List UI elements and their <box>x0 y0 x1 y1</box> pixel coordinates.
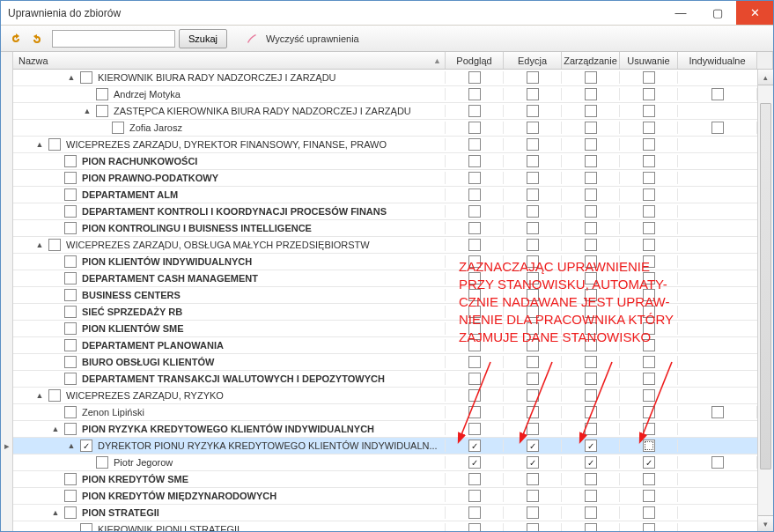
table-row[interactable]: PION KREDYTÓW SME <box>13 471 773 488</box>
collapse-icon[interactable]: ▲ <box>34 390 45 401</box>
table-row[interactable]: Piotr Jegorow <box>13 454 773 471</box>
manage-checkbox[interactable] <box>585 322 597 335</box>
delete-checkbox[interactable] <box>643 239 655 251</box>
row-checkbox[interactable] <box>48 239 61 251</box>
manage-checkbox[interactable] <box>585 172 597 184</box>
delete-checkbox[interactable] <box>643 456 655 469</box>
search-button[interactable]: Szukaj <box>179 29 227 48</box>
preview-checkbox[interactable] <box>468 456 481 469</box>
table-row[interactable]: PION KLIENTÓW SME <box>13 321 773 337</box>
edit-checkbox[interactable] <box>527 473 539 485</box>
manage-checkbox[interactable] <box>585 440 597 452</box>
row-checkbox[interactable] <box>64 339 77 351</box>
brush-icon[interactable] <box>243 29 262 48</box>
edit-checkbox[interactable] <box>527 289 539 301</box>
row-checkbox[interactable] <box>64 423 77 435</box>
edit-checkbox[interactable] <box>527 222 539 234</box>
row-checkbox[interactable] <box>96 105 108 117</box>
collapse-icon[interactable]: ▲ <box>50 424 61 434</box>
edit-checkbox[interactable] <box>527 406 539 418</box>
preview-checkbox[interactable] <box>468 188 481 201</box>
manage-checkbox[interactable] <box>585 523 597 531</box>
table-row[interactable]: KIEROWNIK PIONU STRATEGII <box>13 521 773 531</box>
manage-checkbox[interactable] <box>585 222 597 234</box>
table-row[interactable]: SIEĆ SPRZEDAŻY RB <box>13 304 773 321</box>
delete-checkbox[interactable] <box>643 339 655 351</box>
delete-checkbox[interactable] <box>643 71 655 84</box>
row-checkbox[interactable] <box>80 440 92 452</box>
scroll-up-button[interactable]: ▴ <box>758 70 773 85</box>
row-checkbox[interactable] <box>64 356 77 368</box>
row-checkbox[interactable] <box>64 255 77 268</box>
preview-checkbox[interactable] <box>468 322 481 335</box>
edit-checkbox[interactable] <box>527 490 539 502</box>
preview-checkbox[interactable] <box>468 205 481 218</box>
delete-checkbox[interactable] <box>643 406 655 418</box>
delete-checkbox[interactable] <box>643 222 655 234</box>
row-checkbox[interactable] <box>64 289 77 301</box>
individual-checkbox[interactable] <box>711 122 724 134</box>
vertical-scrollbar[interactable]: ▴ ▾ <box>757 70 773 531</box>
delete-checkbox[interactable] <box>643 172 655 184</box>
preview-checkbox[interactable] <box>468 172 481 184</box>
delete-checkbox[interactable] <box>643 155 655 167</box>
collapse-icon[interactable]: ▲ <box>34 240 45 250</box>
preview-checkbox[interactable] <box>468 239 481 251</box>
table-row[interactable]: ▲WICEPREZES ZARZĄDU, OBSŁUGA MAŁYCH PRZE… <box>13 237 773 254</box>
row-checkbox[interactable] <box>64 272 77 284</box>
edit-checkbox[interactable] <box>527 356 539 368</box>
delete-checkbox[interactable] <box>643 322 655 335</box>
table-row[interactable]: PION KONTROLINGU I BUISNESS INTELLIGENCE <box>13 220 773 237</box>
undo-icon[interactable] <box>29 29 48 48</box>
scroll-thumb[interactable] <box>760 103 771 469</box>
edit-checkbox[interactable] <box>527 105 539 117</box>
manage-checkbox[interactable] <box>585 339 597 351</box>
edit-checkbox[interactable] <box>527 138 539 151</box>
manage-checkbox[interactable] <box>585 188 597 201</box>
column-edit[interactable]: Edycja <box>504 52 562 69</box>
edit-checkbox[interactable] <box>527 172 539 184</box>
preview-checkbox[interactable] <box>468 389 481 402</box>
delete-checkbox[interactable] <box>643 122 655 134</box>
row-checkbox[interactable] <box>112 122 124 134</box>
table-row[interactable]: PION KLIENTÓW INDYWIDUALNYCH <box>13 254 773 270</box>
search-input[interactable] <box>52 30 175 48</box>
table-row[interactable]: ▲ZASTĘPCA KIEROWNIKA BIURA RADY NADZORCZ… <box>13 103 773 120</box>
table-row[interactable]: ▲WICEPREZES ZARZĄDU, RYZYKO <box>13 388 773 404</box>
delete-checkbox[interactable] <box>643 423 655 435</box>
table-row[interactable]: BUSINESS CENTERS <box>13 287 773 304</box>
column-individual[interactable]: Indywidualne <box>678 52 757 69</box>
row-checkbox[interactable] <box>64 172 77 184</box>
delete-checkbox[interactable] <box>643 88 655 100</box>
row-checkbox[interactable] <box>96 88 108 100</box>
preview-checkbox[interactable] <box>468 423 481 435</box>
row-checkbox[interactable] <box>48 389 61 402</box>
column-name[interactable]: Nazwa▲ <box>13 52 446 69</box>
delete-checkbox[interactable] <box>643 523 655 531</box>
preview-checkbox[interactable] <box>468 523 481 531</box>
refresh-icon[interactable] <box>6 29 26 48</box>
collapse-icon[interactable]: ▲ <box>66 440 77 451</box>
row-checkbox[interactable] <box>64 155 77 167</box>
table-row[interactable]: DEPARTAMENT CASH MANAGEMENT <box>13 270 773 287</box>
manage-checkbox[interactable] <box>585 373 597 385</box>
manage-checkbox[interactable] <box>585 389 597 402</box>
row-checkbox[interactable] <box>64 222 77 234</box>
table-row[interactable]: ▲DYREKTOR PIONU RYZYKA KREDYTOWEGO KLIEN… <box>13 438 773 454</box>
table-row[interactable]: DEPARTAMENT KONTROLI I KOORDYNACJI PROCE… <box>13 203 773 220</box>
table-row[interactable]: ▲KIEROWNIK BIURA RADY NADZORCZEJ I ZARZĄ… <box>13 70 773 86</box>
row-checkbox[interactable] <box>48 138 61 151</box>
preview-checkbox[interactable] <box>468 255 481 268</box>
preview-checkbox[interactable] <box>468 490 481 502</box>
delete-checkbox[interactable] <box>643 506 655 519</box>
edit-checkbox[interactable] <box>527 306 539 318</box>
table-row[interactable]: PION KREDYTÓW MIĘDZYNARODOWYCH <box>13 488 773 505</box>
edit-checkbox[interactable] <box>527 523 539 531</box>
edit-checkbox[interactable] <box>527 155 539 167</box>
row-checkbox[interactable] <box>64 506 77 519</box>
column-preview[interactable]: Podgląd <box>446 52 504 69</box>
collapse-icon[interactable]: ▲ <box>82 106 92 116</box>
delete-checkbox[interactable] <box>643 272 655 284</box>
clear-permissions-button[interactable]: Wyczyść uprawnienia <box>266 33 359 44</box>
manage-checkbox[interactable] <box>585 356 597 368</box>
